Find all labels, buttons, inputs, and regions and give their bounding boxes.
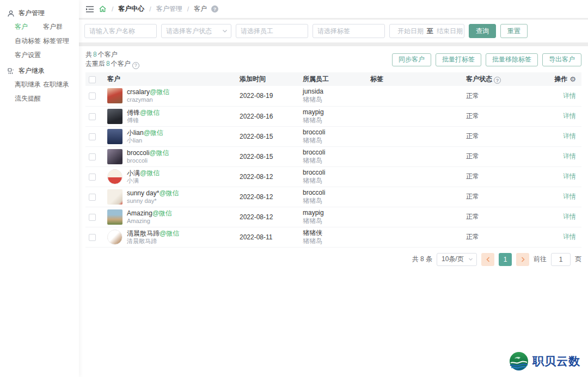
breadcrumb-help-icon[interactable]: ? (211, 5, 218, 13)
column-operation: 操作⚙ (543, 72, 581, 86)
row-checkbox[interactable] (89, 214, 96, 221)
chevron-down-icon (222, 29, 228, 33)
row-checkbox[interactable] (89, 92, 96, 100)
added-time: 2022-08-15 (237, 146, 301, 166)
staff-group: 猪猪岛 (303, 237, 366, 245)
start-date-input[interactable] (397, 27, 424, 35)
collapse-menu-icon[interactable] (85, 5, 94, 13)
detail-link[interactable]: 详情 (563, 213, 576, 220)
next-page-button[interactable] (516, 253, 529, 266)
current-page-button[interactable]: 1 (499, 253, 512, 266)
row-checkbox[interactable] (89, 113, 96, 120)
sidebar-item-客户[interactable]: 客户 (15, 22, 43, 32)
bulk-action-button-1[interactable]: 批量打标签 (436, 53, 481, 66)
prev-page-button[interactable] (481, 253, 494, 266)
customer-name[interactable]: 清晨散马蹄@微信 (127, 230, 179, 237)
breadcrumb-customer-management[interactable]: 客户管理 (156, 4, 182, 14)
bulk-action-button-0[interactable]: 同步客户 (392, 53, 431, 66)
customer-table-body: crsalary@微信crazyman2022-08-19junsida猪猪岛正… (85, 86, 581, 247)
page-size-select[interactable]: 10条/页 (437, 253, 477, 266)
detail-link[interactable]: 详情 (563, 112, 576, 120)
row-checkbox[interactable] (89, 174, 96, 181)
staff-group: 猪猪岛 (303, 197, 366, 205)
customer-avatar (107, 149, 122, 164)
added-time: 2022-08-16 (237, 106, 301, 126)
status-help-icon[interactable]: ? (494, 77, 501, 84)
bulk-action-button-3[interactable]: 导出客户 (542, 53, 581, 66)
detail-link[interactable]: 详情 (563, 92, 576, 100)
sidebar-item-流失提醒[interactable]: 流失提醒 (15, 94, 43, 103)
added-time: 2022-08-15 (237, 126, 301, 146)
sidebar-group-header[interactable]: 客户继承 (0, 64, 79, 79)
breadcrumb-customer-center[interactable]: 客户中心 (118, 4, 144, 14)
column-settings-gear-icon[interactable]: ⚙ (569, 75, 576, 83)
row-checkbox[interactable] (89, 234, 96, 241)
dedup-count-line: 去重后8个客户? (85, 59, 139, 69)
row-checkbox[interactable] (89, 133, 96, 140)
customer-avatar (107, 88, 122, 103)
breadcrumb-customer[interactable]: 客户 (194, 4, 207, 14)
customer-alias: crazyman (127, 96, 169, 103)
end-date-input[interactable] (437, 27, 463, 35)
row-checkbox[interactable] (89, 194, 96, 201)
sidebar-item-在职继承[interactable]: 在职继承 (43, 80, 71, 89)
topbar: / 客户中心 / 客户管理 / 客户 ? (79, 0, 588, 18)
detail-link[interactable]: 详情 (563, 132, 576, 140)
sidebar-item-自动标签[interactable]: 自动标签 (15, 36, 43, 46)
search-button[interactable]: 查询 (469, 24, 496, 38)
customer-status-select[interactable] (161, 24, 231, 38)
customer-table: 客户 添加时间 所属员工 标签 客户状态? 操作⚙ crsalary@微信cra… (85, 72, 581, 248)
customer-name[interactable]: 小lian@微信 (127, 129, 163, 137)
date-range-picker[interactable]: 至 (389, 24, 464, 38)
goto-page-input[interactable] (551, 253, 571, 266)
customer-name[interactable]: 小满@微信 (127, 169, 160, 177)
added-time: 2022-08-12 (237, 166, 301, 187)
detail-link[interactable]: 详情 (563, 172, 576, 180)
customer-avatar (107, 129, 122, 144)
staff-name: maypig (303, 108, 366, 116)
staff-name: 猪猪侠 (303, 229, 366, 237)
tag-select-input[interactable] (313, 24, 385, 38)
customer-name[interactable]: Amazing@微信 (127, 209, 172, 217)
sidebar-item-客户设置[interactable]: 客户设置 (15, 51, 43, 60)
customer-avatar (107, 189, 122, 205)
summary-row: 共8个客户 去重后8个客户? 同步客户批量打标签批量移除标签导出客户 (85, 50, 581, 69)
filter-bar: 至 查询 重置 (79, 20, 588, 42)
breadcrumb-separator: / (112, 5, 113, 13)
reset-button[interactable]: 重置 (500, 24, 528, 38)
sidebar-item-标签管理[interactable]: 标签管理 (43, 36, 71, 46)
detail-link[interactable]: 详情 (563, 152, 576, 160)
customer-name[interactable]: 傅锋@微信 (127, 109, 160, 116)
customer-alias: Amazing (127, 217, 172, 225)
home-icon[interactable] (99, 5, 107, 13)
sidebar-item-客户群[interactable]: 客户群 (43, 22, 71, 32)
chevron-right-icon (521, 257, 525, 262)
tag-cell (368, 227, 464, 247)
sidebar-group-label: 客户管理 (19, 9, 45, 18)
detail-link[interactable]: 详情 (563, 233, 576, 240)
bulk-action-button-2[interactable]: 批量移除标签 (486, 53, 538, 66)
customer-name[interactable]: crsalary@微信 (127, 88, 169, 96)
staff-group: 猪猪岛 (303, 116, 366, 125)
customer-name-input[interactable] (84, 24, 157, 38)
staff-select-input[interactable] (236, 24, 308, 38)
detail-link[interactable]: 详情 (563, 193, 576, 200)
customer-name[interactable]: sunny day*@微信 (127, 189, 179, 197)
column-added-time: 添加时间 (237, 72, 301, 86)
dedup-help-icon[interactable]: ? (132, 62, 139, 69)
chevron-left-icon (486, 257, 490, 262)
inherit-icon (7, 67, 15, 75)
tag-cell (368, 126, 464, 146)
table-row: 傅锋@微信傅锋2022-08-16maypig猪猪岛正常详情 (85, 106, 581, 126)
customer-name[interactable]: broccoli@微信 (127, 149, 169, 157)
sidebar-item-离职继承[interactable]: 离职继承 (15, 80, 43, 89)
app-window: 客户管理 客户客户群自动标签标签管理客户设置 客户继承 离职继承在职继承流失提醒… (0, 0, 588, 377)
added-time: 2022-08-11 (237, 227, 301, 247)
sidebar-group-header[interactable]: 客户管理 (0, 7, 79, 21)
staff-name: maypig (303, 209, 366, 217)
row-checkbox[interactable] (89, 153, 96, 160)
dedup-count-number: 8 (106, 60, 110, 67)
staff-name: broccoli (303, 189, 366, 197)
select-all-checkbox[interactable] (89, 76, 96, 83)
bulk-actions: 同步客户批量打标签批量移除标签导出客户 (392, 53, 581, 66)
